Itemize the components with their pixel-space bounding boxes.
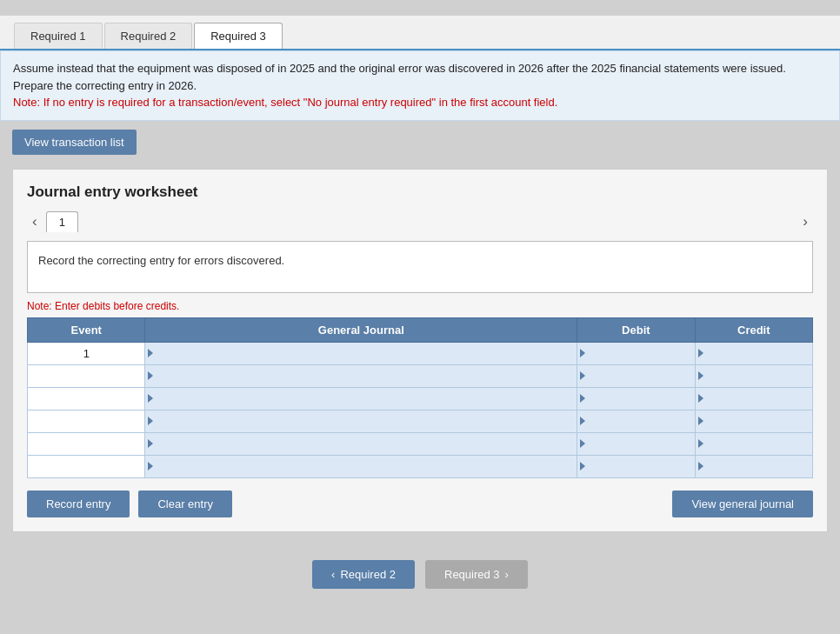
debit-cell[interactable] xyxy=(577,432,695,455)
event-cell xyxy=(28,387,145,410)
debit-input[interactable] xyxy=(577,388,694,410)
instruction-main: Assume instead that the equipment was di… xyxy=(13,62,786,92)
credit-input[interactable] xyxy=(696,388,812,410)
general-journal-cell[interactable] xyxy=(145,387,577,410)
credit-cell[interactable] xyxy=(695,410,812,432)
credit-input[interactable] xyxy=(696,343,812,364)
page-number[interactable]: 1 xyxy=(46,211,78,232)
instruction-box: Assume instead that the equipment was di… xyxy=(0,50,840,121)
bottom-nav: ‹ Required 2 Required 3 › xyxy=(0,544,840,606)
prev-chevron-icon: ‹ xyxy=(331,568,335,581)
next-required-button: Required 3 › xyxy=(425,560,528,589)
credit-cell[interactable] xyxy=(695,455,812,477)
general-journal-cell[interactable] xyxy=(145,432,577,455)
tab-required1[interactable]: Required 1 xyxy=(14,23,103,49)
debit-input[interactable] xyxy=(577,410,694,432)
general-journal-cell[interactable] xyxy=(145,364,577,387)
general-journal-cell[interactable] xyxy=(145,410,577,432)
tab-required2[interactable]: Required 2 xyxy=(104,23,193,49)
general-journal-cell[interactable] xyxy=(145,455,577,477)
debit-cell[interactable] xyxy=(577,364,695,387)
col-credit: Credit xyxy=(695,317,812,342)
journal-table: Event General Journal Debit Credit 1 xyxy=(27,317,813,478)
clear-entry-button[interactable]: Clear entry xyxy=(138,491,232,517)
table-row xyxy=(28,455,813,477)
credit-cell[interactable] xyxy=(695,342,812,364)
col-general-journal: General Journal xyxy=(145,317,577,342)
credit-cell[interactable] xyxy=(695,364,812,387)
debit-cell[interactable] xyxy=(577,410,695,432)
col-debit: Debit xyxy=(577,317,695,342)
credit-cell[interactable] xyxy=(695,432,812,455)
table-row xyxy=(28,432,813,455)
instruction-note: Note: If no entry is required for a tran… xyxy=(13,96,557,109)
debit-cell[interactable] xyxy=(577,455,695,477)
top-bar xyxy=(0,0,840,16)
table-row: 1 xyxy=(28,342,813,364)
note-debits: Note: Enter debits before credits. xyxy=(27,300,813,312)
general-journal-input[interactable] xyxy=(145,365,577,387)
credit-input[interactable] xyxy=(696,456,812,477)
debit-input[interactable] xyxy=(577,365,694,387)
event-cell: 1 xyxy=(28,342,145,364)
debit-cell[interactable] xyxy=(577,387,695,410)
debit-input[interactable] xyxy=(577,456,694,477)
worksheet-container: Journal entry worksheet ‹ 1 › Record the… xyxy=(12,169,828,532)
event-cell xyxy=(28,432,145,455)
table-row xyxy=(28,410,813,432)
general-journal-input[interactable] xyxy=(145,343,577,364)
record-entry-button[interactable]: Record entry xyxy=(27,491,130,517)
general-journal-input[interactable] xyxy=(145,410,577,432)
prev-required-button[interactable]: ‹ Required 2 xyxy=(312,560,415,589)
tab-bar: Required 1 Required 2 Required 3 xyxy=(0,16,840,50)
worksheet-title: Journal entry worksheet xyxy=(27,184,813,201)
view-general-journal-button[interactable]: View general journal xyxy=(672,491,813,517)
event-cell xyxy=(28,364,145,387)
credit-input[interactable] xyxy=(696,410,812,432)
prev-page-button[interactable]: ‹ xyxy=(27,211,43,232)
general-journal-input[interactable] xyxy=(145,456,577,477)
credit-input[interactable] xyxy=(696,433,812,455)
general-journal-input[interactable] xyxy=(145,388,577,410)
prev-required-label: Required 2 xyxy=(340,568,396,581)
col-event: Event xyxy=(28,317,145,342)
next-chevron-icon: › xyxy=(505,568,509,581)
general-journal-input[interactable] xyxy=(145,433,577,455)
credit-cell[interactable] xyxy=(695,387,812,410)
event-cell xyxy=(28,455,145,477)
next-page-button[interactable]: › xyxy=(797,211,813,232)
event-cell xyxy=(28,410,145,432)
debit-input[interactable] xyxy=(577,433,694,455)
general-journal-cell[interactable] xyxy=(145,342,577,364)
button-row: Record entry Clear entry View general jo… xyxy=(27,491,813,517)
table-row xyxy=(28,387,813,410)
debit-input[interactable] xyxy=(577,343,694,364)
table-row xyxy=(28,364,813,387)
entry-description: Record the correcting entry for errors d… xyxy=(27,241,813,293)
debit-cell[interactable] xyxy=(577,342,695,364)
next-required-label: Required 3 xyxy=(444,568,500,581)
tab-required3[interactable]: Required 3 xyxy=(194,23,283,49)
credit-input[interactable] xyxy=(696,365,812,387)
page-nav: ‹ 1 › xyxy=(27,211,813,232)
view-transaction-button[interactable]: View transaction list xyxy=(12,130,137,155)
